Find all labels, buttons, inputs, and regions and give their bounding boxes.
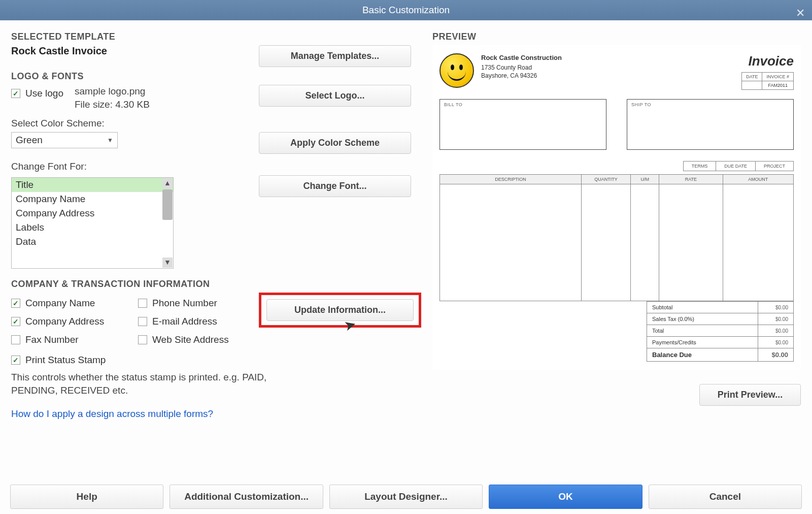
preview-billto-label: BILL TO (444, 102, 462, 107)
check-website[interactable] (138, 335, 147, 344)
font-target-list[interactable]: Title Company Name Company Address Label… (11, 177, 174, 269)
preview-date-hdr: DATE (742, 73, 762, 81)
preview-payments-label: Payments/Credits (647, 337, 758, 348)
check-phone-number[interactable] (138, 299, 147, 308)
check-print-status-stamp[interactable] (11, 356, 20, 365)
check-company-name[interactable] (11, 299, 20, 308)
scroll-up-icon[interactable]: ▲ (162, 178, 173, 188)
additional-button[interactable]: Additional Customization... (170, 485, 323, 509)
font-item-company-name[interactable]: Company Name (12, 192, 173, 206)
titlebar: Basic Customization ✕ (0, 0, 812, 20)
color-scheme-dropdown[interactable]: Green ▼ (11, 132, 118, 148)
preview-shipto-label: SHIP TO (631, 102, 651, 107)
scrollbar-thumb[interactable] (162, 189, 173, 220)
label-company-name: Company Name (25, 298, 95, 309)
scroll-down-icon[interactable]: ▼ (162, 258, 173, 268)
preview-col-um: U/M (631, 175, 659, 184)
label-email-address: E-mail Address (152, 316, 217, 327)
label-print-status-stamp: Print Status Stamp (25, 355, 106, 366)
preview-salestax-amt: $0.00 (758, 313, 794, 325)
preview-balance-label: Balance Due (647, 348, 758, 362)
check-fax-number[interactable] (11, 335, 20, 344)
preview-addr2: Bayshore, CA 94326 (481, 72, 562, 80)
window-title: Basic Customization (362, 5, 450, 15)
preview-lineitems-table: DESCRIPTION QUANTITY U/M RATE AMOUNT (439, 174, 794, 301)
print-preview-button[interactable]: Print Preview... (699, 384, 801, 406)
preview-col-rate: RATE (659, 175, 723, 184)
label-company-address: Company Address (25, 316, 104, 327)
company-info-heading: COMPANY & TRANSACTION INFORMATION (11, 279, 417, 290)
dialog-body: SELECTED TEMPLATE Rock Castle Invoice Ma… (0, 20, 812, 514)
status-stamp-description: This controls whether the status stamp i… (11, 371, 295, 397)
color-scheme-label: Select Color Scheme: (11, 118, 417, 129)
logo-filename: sample logo.png (75, 85, 150, 98)
change-font-button[interactable]: Change Font... (259, 175, 411, 197)
use-logo-label: Use logo (25, 88, 63, 99)
preview-totals-table: Subtotal$0.00 Sales Tax (0.0%)$0.00 Tota… (647, 301, 794, 362)
preview-doc-title: Invoice (741, 53, 794, 69)
cancel-button[interactable]: Cancel (649, 485, 802, 509)
preview-subtotal-amt: $0.00 (758, 302, 794, 313)
selected-template-heading: SELECTED TEMPLATE (11, 31, 417, 42)
preview-balance-amt: $0.00 (758, 348, 794, 362)
layout-button[interactable]: Layout Designer... (329, 485, 483, 509)
ok-button[interactable]: OK (489, 485, 642, 509)
logo-fonts-heading: LOGO & FONTS (11, 71, 417, 82)
preview-salestax-label: Sales Tax (0.0%) (647, 313, 758, 325)
preview-project-hdr: PROJECT (755, 162, 793, 171)
label-website: Web Site Address (152, 334, 229, 345)
font-item-data[interactable]: Data (12, 235, 173, 249)
design-across-forms-link[interactable]: How do I apply a design across multiple … (11, 408, 213, 420)
preview-date-invno-table: DATEINVOICE # FAM2011 (741, 72, 794, 90)
change-font-for-label: Change Font For: (11, 161, 417, 172)
chevron-down-icon: ▼ (107, 137, 113, 144)
help-button[interactable]: Help (10, 485, 163, 509)
check-email-address[interactable] (138, 317, 147, 326)
bottom-button-bar: Help Additional Customization... Layout … (0, 485, 812, 514)
preview-terms-hdr: TERMS (683, 162, 716, 171)
preview-addr1: 1735 County Road (481, 63, 562, 72)
apply-color-scheme-button[interactable]: Apply Color Scheme (259, 132, 411, 154)
preview-subtotal-label: Subtotal (647, 302, 758, 313)
update-information-highlight: Update Information... ➤ (259, 293, 421, 328)
preview-col-quantity: QUANTITY (581, 175, 631, 184)
font-item-company-address[interactable]: Company Address (12, 206, 173, 220)
preview-total-label: Total (647, 325, 758, 337)
manage-templates-button[interactable]: Manage Templates... (259, 45, 411, 67)
preview-shipto-box: SHIP TO (627, 99, 794, 150)
invoice-preview: Rock Castle Construction 1735 County Roa… (432, 45, 801, 370)
label-phone-number: Phone Number (152, 298, 217, 309)
preview-billto-box: BILL TO (439, 99, 606, 150)
font-item-title[interactable]: Title (12, 178, 173, 192)
smiley-logo-icon (439, 53, 474, 88)
preview-col-description: DESCRIPTION (440, 175, 582, 184)
preview-duedate-hdr: DUE DATE (716, 162, 756, 171)
preview-total-amt: $0.00 (758, 325, 794, 337)
update-information-button[interactable]: Update Information... (266, 299, 414, 321)
preview-col-amount: AMOUNT (723, 175, 793, 184)
preview-company-name: Rock Castle Construction (481, 53, 562, 62)
preview-heading: PREVIEW (432, 31, 801, 42)
color-scheme-value: Green (16, 135, 43, 146)
label-fax-number: Fax Number (25, 334, 79, 345)
preview-invno-val: FAM2011 (762, 81, 794, 90)
preview-invno-hdr: INVOICE # (762, 73, 794, 81)
select-logo-button[interactable]: Select Logo... (259, 85, 411, 107)
font-item-labels[interactable]: Labels (12, 220, 173, 235)
preview-payments-amt: $0.00 (758, 337, 794, 348)
logo-filesize: File size: 4.30 KB (75, 98, 150, 111)
template-name: Rock Castle Invoice (11, 45, 245, 57)
check-company-address[interactable] (11, 317, 20, 326)
use-logo-checkbox[interactable] (11, 89, 20, 98)
preview-terms-table: TERMS DUE DATE PROJECT (683, 161, 794, 171)
